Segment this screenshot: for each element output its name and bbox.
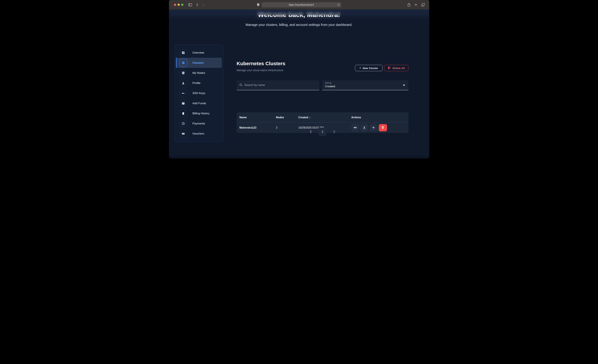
nodes-icon [180, 69, 187, 77]
privacy-shield-icon[interactable] [257, 3, 260, 7]
clusters-panel: Kubernetes Clusters Manage your cloud-na… [237, 61, 408, 158]
sidebar-item-label: Vouchers [192, 132, 204, 135]
sort-value: Created [325, 85, 406, 88]
sidebar-item-label: Add Funds [192, 102, 206, 105]
toolbar-right [407, 3, 425, 7]
nav-controls [188, 3, 205, 7]
page-title: Kubernetes Clusters [237, 61, 285, 66]
key-icon [180, 90, 187, 97]
sidebar-item-label: Payments [192, 122, 205, 125]
sidebar-item-payments[interactable]: Payments [176, 118, 222, 129]
close-window-button[interactable] [174, 4, 176, 6]
sidebar-item-add-funds[interactable]: Add Funds [176, 98, 222, 108]
clock-icon [180, 120, 187, 127]
search-icon [239, 83, 242, 87]
plus-icon: + [359, 66, 361, 70]
delete-all-button[interactable]: Delete All [384, 65, 408, 71]
window-controls [174, 4, 183, 6]
trash-sweep-icon [388, 66, 391, 70]
sidebar-item-vouchers[interactable]: Vouchers [176, 129, 222, 139]
browser-toolbar: https://myceliumcloud.tf [169, 0, 429, 9]
search-input[interactable] [244, 83, 317, 87]
column-header-actions: Actions [351, 116, 406, 119]
new-tab-icon[interactable] [414, 3, 418, 7]
panel-heading: Kubernetes Clusters Manage your cloud-na… [237, 61, 285, 72]
column-header-name: Name [240, 116, 276, 119]
sidebar-item-billing-history[interactable]: Billing History [176, 108, 222, 118]
sidebar-item-overview[interactable]: Overview [176, 48, 222, 58]
delete-all-label: Delete All [392, 67, 405, 69]
sidebar-item-label: Profile [192, 82, 200, 85]
welcome-subtitle: Manage your clusters, billing, and accou… [169, 23, 429, 27]
profile-icon [180, 79, 187, 87]
previous-page-icon[interactable] [309, 130, 312, 133]
forward-icon[interactable] [202, 3, 205, 7]
sort-arrows-icon: ↕ [309, 116, 311, 119]
sidebar-item-label: Clusters [192, 61, 204, 65]
sidebar: Overview Clusters [174, 44, 223, 142]
sidebar-toggle-icon[interactable] [188, 3, 192, 6]
reload-icon[interactable] [337, 3, 340, 6]
new-cluster-label: New Cluster [363, 67, 378, 69]
url-text: https://myceliumcloud.tf [289, 3, 314, 6]
current-page-indicator[interactable]: 1 [319, 128, 326, 136]
sidebar-item-label: Overview [192, 51, 204, 54]
minimize-window-button[interactable] [178, 4, 180, 6]
sticky-navbar-overlay [169, 9, 429, 15]
sort-select[interactable]: Sort by Created [322, 80, 408, 90]
browser-window: https://myceliumcloud.tf [169, 0, 429, 158]
column-header-nodes: Nodes [276, 116, 299, 119]
sidebar-item-my-nodes[interactable]: My Nodes [176, 68, 222, 78]
sidebar-item-label: SSH Keys [192, 91, 205, 95]
address-bar[interactable]: https://myceliumcloud.tf [262, 2, 341, 7]
back-icon[interactable] [196, 3, 198, 7]
next-page-icon[interactable] [333, 130, 336, 133]
dashboard-icon [180, 49, 187, 56]
voucher-icon [180, 130, 187, 137]
new-cluster-button[interactable]: + New Cluster [355, 65, 382, 71]
sort-label: Sort by [325, 82, 406, 84]
page-subtitle: Manage your cloud-native infrastructure [237, 69, 285, 72]
sidebar-item-label: My Nodes [192, 71, 205, 75]
chevron-down-icon [403, 85, 405, 86]
tab-overview-icon[interactable] [421, 3, 425, 7]
wallet-icon [180, 100, 187, 107]
receipt-icon [180, 110, 187, 117]
zoom-window-button[interactable] [181, 4, 183, 6]
screenshot-stage: https://myceliumcloud.tf [169, 0, 429, 158]
table-header-row: Name Nodes Created↕ Actions [237, 112, 408, 123]
dashboard-page: Welcome back, Mahendra! Manage your clus… [169, 9, 429, 158]
sidebar-item-label: Billing History [192, 112, 210, 115]
sidebar-item-profile[interactable]: Profile [176, 78, 222, 88]
clusters-icon [180, 59, 187, 66]
pagination: 1 [237, 127, 408, 136]
site-footer-band [169, 156, 429, 158]
search-field[interactable] [237, 80, 319, 90]
column-header-created[interactable]: Created↕ [299, 116, 351, 119]
sidebar-item-ssh-keys[interactable]: SSH Keys [176, 88, 222, 98]
sidebar-item-clusters[interactable]: Clusters [176, 58, 222, 68]
share-icon[interactable] [407, 3, 411, 7]
